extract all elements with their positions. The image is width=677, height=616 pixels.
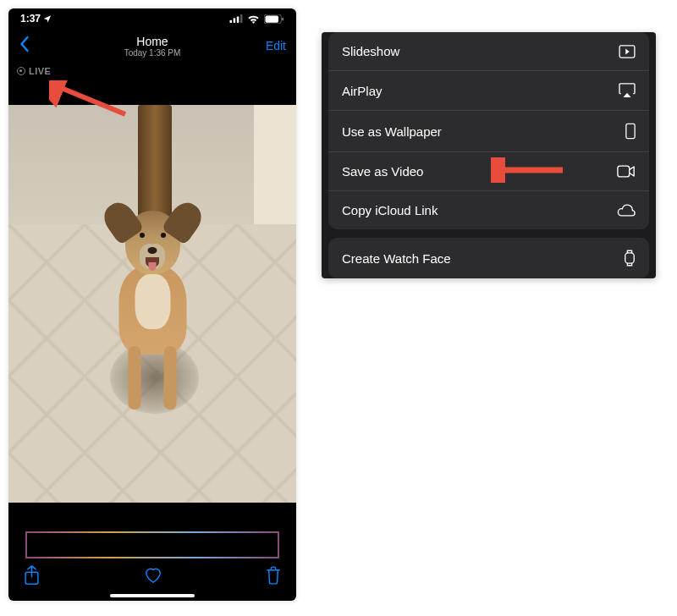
- location-arrow-icon: [43, 14, 52, 23]
- svg-rect-6: [282, 17, 283, 20]
- action-label: Save as Video: [342, 164, 423, 179]
- action-create-watch-face[interactable]: Create Watch Face: [328, 238, 649, 278]
- battery-icon: [264, 14, 284, 24]
- svg-rect-2: [237, 17, 239, 24]
- action-wallpaper[interactable]: Use as Wallpaper: [328, 111, 649, 152]
- svg-rect-0: [230, 20, 233, 23]
- bottom-toolbar: [8, 560, 296, 594]
- share-button[interactable]: [24, 565, 40, 589]
- action-label: Copy iCloud Link: [342, 203, 438, 217]
- home-indicator[interactable]: [110, 594, 195, 597]
- action-airplay[interactable]: AirPlay: [328, 71, 649, 111]
- nav-subtitle: Today 1:36 PM: [124, 48, 181, 58]
- svg-rect-11: [626, 124, 635, 138]
- action-copy-icloud-link[interactable]: Copy iCloud Link: [328, 191, 649, 229]
- nav-title: Home: [124, 35, 181, 48]
- status-bar: 1:37: [8, 8, 296, 29]
- photo-filmstrip[interactable]: [25, 531, 279, 558]
- svg-rect-1: [234, 18, 236, 23]
- action-label: Use as Wallpaper: [342, 124, 442, 139]
- live-badge: LIVE: [8, 63, 296, 80]
- action-label: Create Watch Face: [342, 251, 451, 266]
- wifi-icon: [247, 14, 260, 24]
- cloud-icon: [617, 204, 636, 217]
- svg-rect-12: [618, 166, 630, 177]
- phone-outline-icon: [625, 123, 636, 140]
- action-slideshow[interactable]: Slideshow: [328, 32, 649, 71]
- video-camera-icon: [617, 165, 636, 178]
- svg-rect-5: [265, 15, 278, 22]
- delete-button[interactable]: [266, 566, 281, 588]
- watch-icon: [624, 250, 636, 267]
- live-icon: [17, 67, 25, 75]
- favorite-button[interactable]: [144, 567, 162, 587]
- share-action-sheet: Slideshow AirPlay Use as Wallpaper: [322, 32, 656, 278]
- edit-button[interactable]: Edit: [266, 39, 286, 52]
- back-button[interactable]: [19, 36, 30, 57]
- svg-rect-3: [240, 14, 243, 23]
- photo-viewport[interactable]: [8, 105, 296, 503]
- iphone-photos-screen: 1:37 Home Today 1:36 PM Edit LIVE: [8, 8, 296, 601]
- action-label: AirPlay: [342, 84, 383, 98]
- action-label: Slideshow: [342, 44, 399, 58]
- play-square-icon: [619, 45, 636, 58]
- cellular-signal-icon: [229, 14, 243, 23]
- action-save-as-video[interactable]: Save as Video: [328, 152, 649, 191]
- live-label: LIVE: [29, 66, 51, 76]
- nav-bar: Home Today 1:36 PM Edit: [8, 29, 296, 63]
- svg-rect-13: [625, 253, 635, 263]
- status-time: 1:37: [20, 13, 41, 25]
- airplay-icon: [619, 83, 636, 98]
